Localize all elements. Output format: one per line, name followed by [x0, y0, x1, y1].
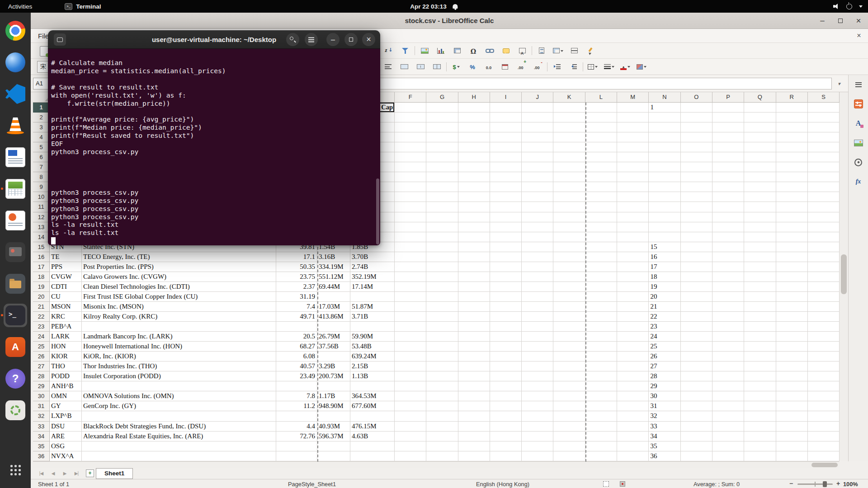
cell-A35[interactable]: OSG	[50, 441, 82, 451]
cell-B35[interactable]	[82, 441, 276, 451]
cell-G1[interactable]	[426, 103, 458, 113]
cell-N17[interactable]: 17	[649, 262, 680, 272]
column-header-J[interactable]: J	[522, 92, 553, 103]
cell-K17[interactable]	[553, 262, 585, 272]
cell-I19[interactable]	[490, 282, 522, 292]
cell-F3[interactable]	[395, 122, 426, 132]
cell-K24[interactable]	[553, 332, 585, 342]
column-header-K[interactable]: K	[553, 92, 585, 103]
cell-Q7[interactable]	[744, 162, 776, 172]
cell-M6[interactable]	[617, 152, 649, 162]
cell-R17[interactable]	[776, 262, 808, 272]
cell-J12[interactable]	[522, 212, 553, 222]
column-header-M[interactable]: M	[617, 92, 649, 103]
cell-G5[interactable]	[426, 142, 458, 152]
cell-Q26[interactable]	[744, 352, 776, 361]
cell-J23[interactable]	[522, 322, 553, 332]
currency-icon[interactable]	[449, 61, 463, 73]
cell-R35[interactable]	[776, 441, 808, 451]
row-header-2[interactable]: 2	[33, 113, 50, 122]
cell-M17[interactable]	[617, 262, 649, 272]
cell-O9[interactable]	[681, 182, 712, 192]
unmerge-cells-icon[interactable]	[430, 61, 443, 73]
cell-R33[interactable]	[776, 422, 808, 432]
cell-R16[interactable]	[776, 252, 808, 262]
cell-G4[interactable]	[426, 132, 458, 142]
cell-B25[interactable]: Honeywell International Inc. (HON)	[82, 342, 276, 352]
cell-G18[interactable]	[426, 272, 458, 282]
row-header-5[interactable]: 5	[33, 142, 50, 152]
cell-R26[interactable]	[776, 352, 808, 361]
cell-J9[interactable]	[522, 182, 553, 192]
cell-A28[interactable]: PODD	[50, 371, 82, 381]
cell-L33[interactable]	[585, 422, 617, 432]
cell-N15[interactable]: 15	[649, 242, 680, 252]
cell-M5[interactable]	[617, 142, 649, 152]
cell-F13[interactable]	[395, 222, 426, 232]
sheet-tab-sheet1[interactable]: Sheet1	[96, 468, 133, 479]
cell-M28[interactable]	[617, 371, 649, 381]
cell-C20[interactable]: 31.19	[276, 292, 317, 302]
cell-H1[interactable]	[458, 103, 490, 113]
cell-H16[interactable]	[458, 252, 490, 262]
column-header-P[interactable]: P	[712, 92, 744, 103]
cell-I27[interactable]	[490, 361, 522, 371]
cell-F6[interactable]	[395, 152, 426, 162]
cell-I21[interactable]	[490, 302, 522, 312]
cell-J21[interactable]	[522, 302, 553, 312]
cell-M3[interactable]	[617, 122, 649, 132]
cell-F15[interactable]	[395, 242, 426, 252]
cell-J33[interactable]	[522, 422, 553, 432]
cell-R28[interactable]	[776, 371, 808, 381]
row-header-22[interactable]: 22	[33, 312, 50, 322]
cell-O19[interactable]	[681, 282, 712, 292]
merge-cells-icon[interactable]	[397, 61, 411, 73]
cell-Q23[interactable]	[744, 322, 776, 332]
cell-K27[interactable]	[553, 361, 585, 371]
cell-A29[interactable]: ANH^B	[50, 381, 82, 391]
row-header-13[interactable]: 13	[33, 222, 50, 232]
software-icon[interactable]	[4, 335, 27, 359]
cell-O16[interactable]	[681, 252, 712, 262]
row-header-35[interactable]: 35	[33, 441, 50, 451]
cell-A32[interactable]: LXP^B	[50, 411, 82, 421]
new-tab-button[interactable]	[54, 33, 66, 46]
cell-A22[interactable]: KRC	[50, 312, 82, 322]
cell-B23[interactable]	[82, 322, 276, 332]
row-header-11[interactable]: 11	[33, 202, 50, 212]
cell-I13[interactable]	[490, 222, 522, 232]
cell-K19[interactable]	[553, 282, 585, 292]
cell-P5[interactable]	[712, 142, 744, 152]
borders-icon[interactable]	[586, 61, 599, 73]
cell-K21[interactable]	[553, 302, 585, 312]
cell-R5[interactable]	[776, 142, 808, 152]
cell-Q6[interactable]	[744, 152, 776, 162]
cell-L27[interactable]	[585, 361, 617, 371]
cell-C32[interactable]	[276, 411, 317, 421]
cell-F1[interactable]	[395, 103, 426, 113]
cell-J26[interactable]	[522, 352, 553, 361]
cell-E27[interactable]: 2.15B	[350, 361, 395, 371]
cell-G29[interactable]	[426, 381, 458, 391]
cell-I8[interactable]	[490, 172, 522, 182]
activities-button[interactable]: Activities	[8, 3, 32, 10]
expand-formula-bar-icon[interactable]	[835, 79, 844, 89]
insert-hyperlink-icon[interactable]	[483, 45, 496, 56]
cell-O33[interactable]	[681, 422, 712, 432]
cell-M14[interactable]	[617, 232, 649, 242]
row-header-25[interactable]: 25	[33, 342, 50, 352]
cell-C25[interactable]: 68.27	[276, 342, 317, 352]
cell-G10[interactable]	[426, 192, 458, 202]
cell-Q17[interactable]	[744, 262, 776, 272]
cell-A34[interactable]: ARE	[50, 432, 82, 441]
cell-J15[interactable]	[522, 242, 553, 252]
cell-P32[interactable]	[712, 411, 744, 421]
terminal-scrollbar[interactable]	[376, 178, 379, 244]
cell-F29[interactable]	[395, 381, 426, 391]
cell-P27[interactable]	[712, 361, 744, 371]
cell-O22[interactable]	[681, 312, 712, 322]
cell-M4[interactable]	[617, 132, 649, 142]
cell-S15[interactable]	[808, 242, 840, 252]
insert-comment-icon[interactable]	[499, 45, 513, 56]
cell-R10[interactable]	[776, 192, 808, 202]
